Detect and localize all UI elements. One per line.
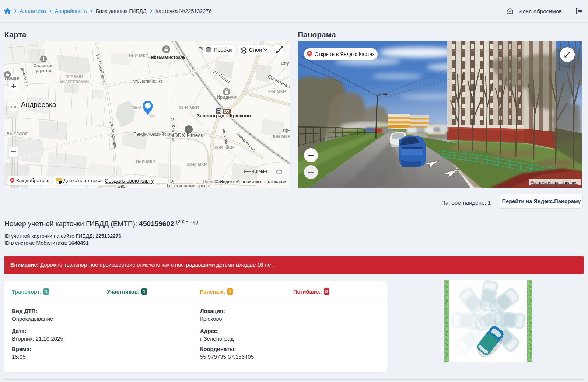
- svg-text:Иридиум: Иридиум: [217, 95, 237, 100]
- svg-text:Спасская: Спасская: [33, 63, 54, 68]
- svg-text:Доехать на такси: Доехать на такси: [63, 178, 103, 183]
- svg-text:19-Й МКР.: 19-Й МКР.: [214, 145, 234, 150]
- svg-text:Нефтьмагистраль: Нефтьмагистраль: [147, 55, 186, 59]
- svg-text:Спу: Спу: [281, 61, 289, 66]
- svg-text:Как добраться: Как добраться: [16, 178, 49, 183]
- svg-text:400 м: 400 м: [252, 169, 264, 174]
- svg-text:ВЫСОКОЕ: ВЫСОКОЕ: [7, 132, 28, 136]
- svg-text:ул. Логвиненко: ул. Логвиненко: [133, 79, 163, 83]
- svg-text:18-Й МКР.: 18-Й МКР.: [179, 105, 199, 110]
- svg-text:Пробки: Пробки: [214, 47, 232, 53]
- svg-text:церковь: церковь: [34, 68, 52, 73]
- svg-text:9-Й МКР.: 9-Й МКР.: [268, 88, 287, 94]
- svg-text:Открыть в Яндекс.Картах: Открыть в Яндекс.Картах: [315, 52, 375, 57]
- svg-text:Слои: Слои: [249, 47, 262, 53]
- svg-text:Условия использования: Условия использования: [531, 180, 578, 185]
- svg-text:14-Й МКР.: 14-Й МКР.: [128, 53, 149, 58]
- svg-text:Создать свою карту: Создать свою карту: [105, 178, 154, 184]
- svg-text:пр-д: пр-д: [283, 128, 290, 133]
- svg-text:8-Й МКР.: 8-Й МКР.: [273, 133, 290, 139]
- svg-text:Зеленоград – Крюково: Зеленоград – Крюково: [197, 113, 251, 118]
- svg-text:20-Й МКР.: 20-Й МКР.: [187, 162, 207, 167]
- svg-text:D3: D3: [224, 110, 229, 114]
- svg-text:© Яндекс Условия использования: © Яндекс Условия использования: [215, 179, 287, 184]
- svg-text:АНДРЕЕВСКИЙ: АНДРЕЕВСКИЙ: [59, 80, 89, 84]
- svg-text:Георгиевский просп.: Георгиевский просп.: [167, 183, 210, 188]
- svg-text:D: D: [187, 127, 190, 132]
- svg-text:ПЕРВЫЙ: ПЕРВЫЙ: [66, 74, 83, 79]
- svg-text:16-Й МКР.: 16-Й МКР.: [135, 159, 156, 164]
- svg-text:Андреевка: Андреевка: [21, 101, 56, 108]
